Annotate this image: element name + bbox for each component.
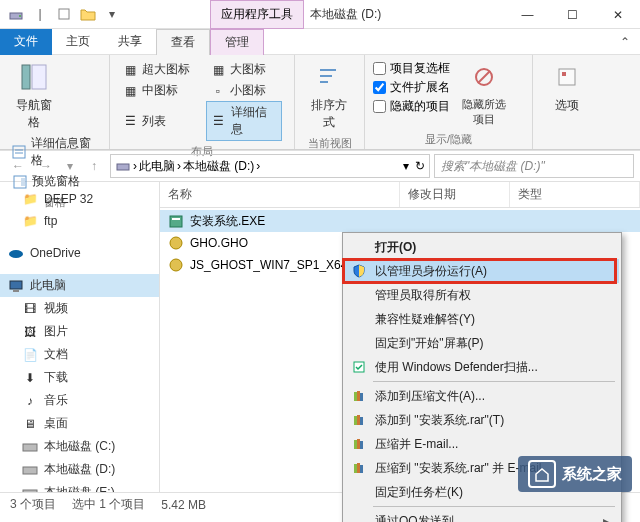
qat-dropdown-icon[interactable]: ▾ — [102, 4, 122, 24]
svg-rect-22 — [23, 467, 37, 474]
tab-file[interactable]: 文件 — [0, 29, 52, 55]
nav-item-videos[interactable]: 🎞视频 — [0, 297, 159, 320]
nav-item-this-pc[interactable]: 此电脑 — [0, 274, 159, 297]
ribbon-expand-icon[interactable]: ⌃ — [620, 35, 640, 49]
ctx-troubleshoot[interactable]: 兼容性疑难解答(Y) — [345, 307, 619, 331]
column-headers: 名称 修改日期 类型 — [160, 182, 640, 208]
breadcrumb[interactable]: › 此电脑 › 本地磁盘 (D:) › ▾ ↻ — [110, 154, 430, 178]
documents-icon: 📄 — [22, 347, 38, 363]
navigation-pane[interactable]: 📁DEEP 32 📁ftp OneDrive 此电脑 🎞视频 🖼图片 📄文档 ⬇… — [0, 182, 160, 492]
books-icon — [351, 388, 367, 404]
file-ext-toggle[interactable]: 文件扩展名 — [373, 78, 450, 97]
search-input[interactable]: 搜索"本地磁盘 (D:)" — [434, 154, 634, 178]
ctx-pin-start[interactable]: 固定到"开始"屏幕(P) — [345, 331, 619, 355]
svg-rect-33 — [357, 415, 360, 425]
tab-home[interactable]: 主页 — [52, 29, 104, 55]
properties-icon[interactable] — [54, 4, 74, 24]
chevron-right-icon[interactable]: › — [256, 159, 260, 173]
pictures-icon: 🖼 — [22, 324, 38, 340]
ctx-add-rar[interactable]: 添加到 "安装系统.rar"(T) — [345, 408, 619, 432]
folder-icon: 📁 — [22, 213, 38, 229]
svg-rect-38 — [354, 464, 357, 473]
details-view-button[interactable]: ☰详细信息 — [206, 101, 282, 141]
tab-view[interactable]: 查看 — [156, 29, 210, 55]
nav-item-drive-c[interactable]: 本地磁盘 (C:) — [0, 435, 159, 458]
nav-item-drive-e[interactable]: 本地磁盘 (E:) — [0, 481, 159, 492]
svg-rect-32 — [354, 416, 357, 425]
recent-dropdown-icon[interactable]: ▾ — [62, 154, 78, 178]
ctx-open[interactable]: 打开(O) — [345, 235, 619, 259]
svg-point-1 — [19, 15, 21, 17]
refresh-icon[interactable]: ↻ — [415, 159, 425, 173]
nav-item-onedrive[interactable]: OneDrive — [0, 242, 159, 264]
gho-icon — [168, 257, 184, 273]
nav-item-desktop[interactable]: 🖥桌面 — [0, 412, 159, 435]
sort-button[interactable]: 排序方式 — [303, 59, 355, 133]
nav-item-pictures[interactable]: 🖼图片 — [0, 320, 159, 343]
chevron-right-icon[interactable]: › — [133, 159, 137, 173]
downloads-icon: ⬇ — [22, 370, 38, 386]
chevron-right-icon[interactable]: › — [177, 159, 181, 173]
ribbon-tabs: 文件 主页 共享 查看 管理 ⌃ — [0, 29, 640, 55]
status-selected: 选中 1 个项目 — [72, 496, 145, 513]
back-button[interactable]: ← — [6, 154, 30, 178]
options-button[interactable]: 选项 — [541, 59, 593, 116]
ribbon: 导航窗格 详细信息窗格 预览窗格 窗格 ▦超大图标▦大图标 ▦中图标▫小图标 ☰… — [0, 55, 640, 150]
hidden-items-toggle[interactable]: 隐藏的项目 — [373, 97, 450, 116]
breadcrumb-this-pc[interactable]: 此电脑 › — [139, 158, 181, 175]
pc-icon — [8, 278, 24, 294]
svg-point-27 — [170, 259, 182, 271]
small-icons-button[interactable]: ▫小图标 — [206, 80, 282, 101]
forward-button[interactable]: → — [34, 154, 58, 178]
ribbon-group-show-hide-label: 显示/隐藏 — [373, 129, 524, 147]
nav-item-ftp[interactable]: 📁ftp — [0, 210, 159, 232]
svg-rect-30 — [357, 391, 360, 401]
nav-item-documents[interactable]: 📄文档 — [0, 343, 159, 366]
svg-rect-39 — [357, 463, 360, 473]
chevron-right-icon: ▸ — [603, 514, 609, 522]
nav-pane-button[interactable]: 导航窗格 — [8, 59, 60, 133]
item-checkboxes-toggle[interactable]: 项目复选框 — [373, 59, 450, 78]
column-date[interactable]: 修改日期 — [400, 182, 510, 207]
folder-icon[interactable] — [78, 4, 98, 24]
nav-item-downloads[interactable]: ⬇下载 — [0, 366, 159, 389]
extra-large-icons-button[interactable]: ▦超大图标 — [118, 59, 200, 80]
books-icon — [351, 412, 367, 428]
search-placeholder: 搜索"本地磁盘 (D:)" — [441, 158, 545, 175]
address-dropdown-icon[interactable]: ▾ — [403, 159, 409, 173]
nav-item-deep32[interactable]: 📁DEEP 32 — [0, 188, 159, 210]
svg-rect-16 — [562, 72, 566, 76]
minimize-button[interactable]: — — [505, 0, 550, 29]
file-row[interactable]: 安装系统.EXE — [160, 210, 640, 232]
ctx-compress-email[interactable]: 压缩并 E-mail... — [345, 432, 619, 456]
nav-pane-label: 导航窗格 — [12, 97, 56, 131]
svg-rect-15 — [559, 69, 575, 85]
file-name: GHO.GHO — [190, 236, 248, 250]
hide-selected-button[interactable]: 隐藏所选项目 — [458, 59, 510, 129]
large-icons-button[interactable]: ▦大图标 — [206, 59, 282, 80]
breadcrumb-drive[interactable]: 本地磁盘 (D:) › — [183, 158, 260, 175]
nav-item-drive-d[interactable]: 本地磁盘 (D:) — [0, 458, 159, 481]
ctx-run-as-admin[interactable]: 以管理员身份运行(A) — [345, 259, 619, 283]
column-name[interactable]: 名称 — [160, 182, 400, 207]
file-name: JS_GHOST_WIN7_SP1_X64... — [190, 258, 357, 272]
nav-item-music[interactable]: ♪音乐 — [0, 389, 159, 412]
svg-rect-17 — [117, 164, 129, 170]
up-button[interactable]: ↑ — [82, 154, 106, 178]
svg-rect-4 — [32, 65, 46, 89]
quick-access-toolbar: | ▾ — [0, 4, 122, 24]
ctx-admin-ownership[interactable]: 管理员取得所有权 — [345, 283, 619, 307]
close-button[interactable]: ✕ — [595, 0, 640, 29]
ctx-add-archive[interactable]: 添加到压缩文件(A)... — [345, 384, 619, 408]
maximize-button[interactable]: ☐ — [550, 0, 595, 29]
status-size: 5.42 MB — [161, 498, 206, 512]
tab-manage[interactable]: 管理 — [210, 29, 264, 55]
videos-icon: 🎞 — [22, 301, 38, 317]
list-view-button[interactable]: ☰列表 — [118, 111, 200, 132]
medium-icons-button[interactable]: ▦中图标 — [118, 80, 200, 101]
ctx-defender[interactable]: 使用 Windows Defender扫描... — [345, 355, 619, 379]
tab-share[interactable]: 共享 — [104, 29, 156, 55]
column-type[interactable]: 类型 — [510, 182, 640, 207]
ctx-send-qq[interactable]: 通过QQ发送到▸ — [345, 509, 619, 522]
svg-rect-23 — [23, 490, 37, 493]
